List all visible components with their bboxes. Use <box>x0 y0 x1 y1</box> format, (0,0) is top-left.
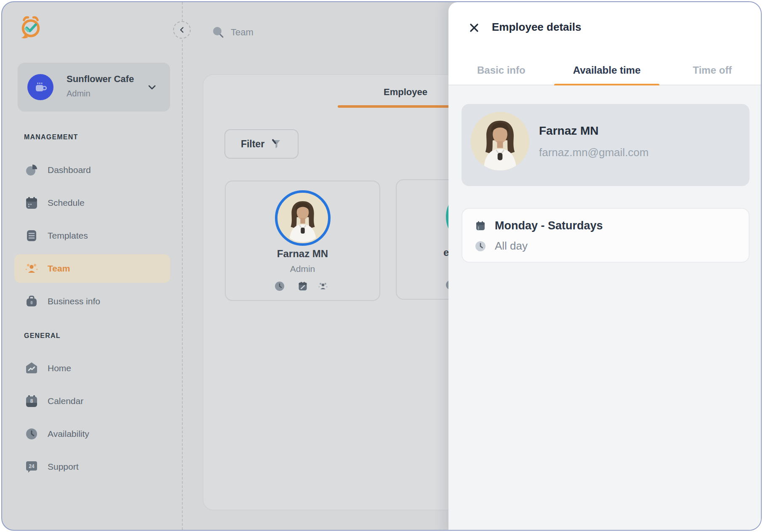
page-title: Team <box>231 27 253 38</box>
sidebar-item-calendar[interactable]: 8 Calendar <box>14 387 170 415</box>
employee-summary-card: Farnaz MN farnaz.mn@gmail.com <box>462 104 750 186</box>
sidebar-item-home[interactable]: Home <box>14 354 170 383</box>
app-window: Sunflower Cafe Admin MANAGEMENT Dashboar… <box>1 1 762 531</box>
calendar-date-icon: 8 <box>24 394 39 409</box>
funnel-icon <box>270 138 282 150</box>
sidebar-divider <box>182 2 183 530</box>
sidebar-item-schedule[interactable]: Schedule <box>14 189 170 217</box>
filter-button-label: Filter <box>241 138 264 150</box>
tab-employee[interactable]: Employee <box>347 87 464 98</box>
availability-card: Monday - Saturdays All day <box>462 208 750 263</box>
sidebar-item-label: Support <box>48 462 79 472</box>
sidebar-item-label: Home <box>48 363 71 373</box>
employee-name: Farnaz MN <box>539 124 599 138</box>
filter-button[interactable]: Filter <box>224 129 299 159</box>
tab-time-off[interactable]: Time off <box>659 56 762 85</box>
sidebar-item-label: Business info <box>48 296 100 306</box>
sidebar-item-team[interactable]: Team <box>14 254 170 283</box>
availability-clock-icon[interactable] <box>274 281 285 292</box>
sidebar-item-label: Calendar <box>48 396 83 406</box>
employee-email: farnaz.mn@gmail.com <box>539 146 648 159</box>
employee-photo <box>471 112 529 170</box>
employee-quick-actions <box>226 281 379 293</box>
app-logo-icon <box>19 16 43 39</box>
home-icon <box>24 361 39 376</box>
sidebar-item-business-info[interactable]: Business info <box>14 287 170 316</box>
sidebar-item-availability[interactable]: Availability <box>14 420 170 448</box>
clock-small-icon <box>475 240 486 252</box>
team-members-icon[interactable] <box>317 281 328 292</box>
tab-basic-info[interactable]: Basic info <box>448 56 554 85</box>
calendar-small-icon <box>475 220 486 232</box>
employee-details-panel: Employee details Basic info Available ti… <box>448 2 762 531</box>
sidebar-item-label: Availability <box>48 429 89 439</box>
availability-time: All day <box>495 239 528 253</box>
close-icon[interactable] <box>468 21 480 34</box>
sidebar-item-templates[interactable]: Templates <box>14 221 170 250</box>
sidebar-item-label: Dashboard <box>48 165 91 175</box>
employee-name: Farnaz MN <box>226 248 379 260</box>
workspace-name: Sunflower Cafe <box>67 74 134 85</box>
employee-avatar <box>275 190 331 246</box>
employee-role: Admin <box>226 264 379 274</box>
panel-title: Employee details <box>492 21 581 34</box>
screenshot: Sunflower Cafe Admin MANAGEMENT Dashboar… <box>0 0 763 532</box>
search-icon <box>211 26 225 39</box>
sidebar-item-support[interactable]: 24 Support <box>14 452 170 481</box>
chevron-down-icon <box>147 83 157 92</box>
edit-schedule-icon[interactable] <box>297 281 308 292</box>
sidebar-item-label: Team <box>48 263 70 274</box>
sidebar-item-dashboard[interactable]: Dashboard <box>14 156 170 184</box>
availability-days: Monday - Saturdays <box>495 219 603 232</box>
chevron-left-icon <box>178 26 186 34</box>
briefcase-icon <box>24 294 39 309</box>
support-24-icon: 24 <box>24 459 39 474</box>
calendar-icon <box>24 195 39 210</box>
tab-available-time[interactable]: Available time <box>554 56 660 85</box>
notes-icon <box>24 228 39 243</box>
sidebar: Sunflower Cafe Admin MANAGEMENT Dashboar… <box>2 2 182 530</box>
availability-days-row: Monday - Saturdays <box>475 219 603 232</box>
svg-text:24: 24 <box>29 463 35 469</box>
availability-time-row: All day <box>475 239 528 253</box>
collapse-sidebar-button[interactable] <box>173 21 191 39</box>
workspace-role: Admin <box>67 89 91 98</box>
sidebar-item-label: Templates <box>48 231 88 241</box>
employee-card[interactable]: Farnaz MN Admin <box>225 181 380 301</box>
workspace-avatar <box>27 74 53 100</box>
panel-tabs: Basic info Available time Time off <box>448 56 762 85</box>
clock-icon <box>24 426 39 442</box>
section-label-management: MANAGEMENT <box>24 133 78 141</box>
sidebar-item-label: Schedule <box>48 198 85 208</box>
panel-content: Farnaz MN farnaz.mn@gmail.com Monday - S… <box>448 85 762 531</box>
dashboard-icon <box>24 162 39 178</box>
breadcrumb: Team <box>211 26 253 39</box>
coffee-cup-icon <box>33 80 48 95</box>
svg-text:8: 8 <box>30 398 33 404</box>
team-icon <box>24 261 39 276</box>
workspace-selector[interactable]: Sunflower Cafe Admin <box>18 63 170 112</box>
section-label-general: GENERAL <box>24 332 61 340</box>
